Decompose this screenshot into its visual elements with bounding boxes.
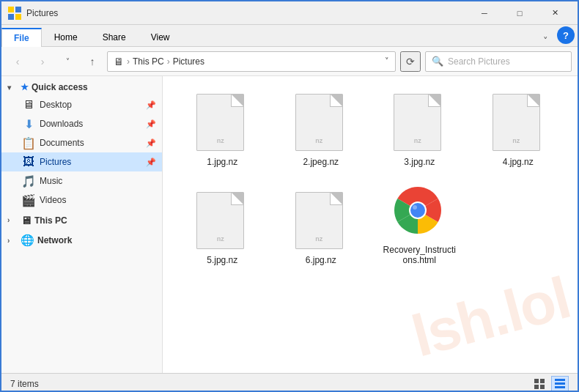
title-bar: Pictures ─ □ ✕: [1, 1, 578, 25]
sidebar: ▾ ★ Quick access 🖥 Desktop 📌 ⬇ Downloads…: [1, 76, 163, 373]
file-name-5: 5.jpg.nz: [207, 255, 237, 265]
file-icon-4: nz: [493, 94, 544, 152]
sidebar-item-downloads[interactable]: ⬇ Downloads 📌: [1, 114, 162, 133]
content-area: lsh.lol nz 1.jpg.nz nz 2.jpeg.nz: [163, 76, 578, 373]
chevron-down-icon: ▾: [7, 84, 18, 92]
sidebar-label-videos: Videos: [40, 195, 66, 205]
desktop-icon: 🖥: [22, 98, 35, 111]
status-bar: 7 items: [1, 373, 578, 392]
file-type-text-6: nz: [296, 235, 342, 243]
tab-home[interactable]: Home: [42, 27, 90, 46]
tab-view[interactable]: View: [139, 27, 182, 46]
this-pc-title: This PC: [34, 215, 67, 226]
sidebar-label-desktop: Desktop: [40, 100, 72, 110]
svg-point-6: [410, 203, 425, 218]
svg-rect-11: [540, 385, 545, 389]
chevron-right-icon-network: ›: [7, 237, 18, 245]
this-pc-icon: 🖥: [21, 214, 32, 226]
svg-rect-10: [534, 385, 539, 389]
maximize-button[interactable]: □: [503, 1, 536, 25]
file-name-6: 6.jpg.nz: [306, 255, 336, 265]
ribbon-chevron[interactable]: ˅: [543, 35, 554, 46]
file-item-3[interactable]: nz 3.jpg.nz: [372, 88, 468, 173]
quick-access-title: Quick access: [32, 82, 88, 92]
pictures-icon: 🖼: [22, 155, 35, 169]
pin-icon-pictures: 📌: [146, 158, 156, 167]
sidebar-item-videos[interactable]: 🎬 Videos: [1, 191, 162, 210]
refresh-button[interactable]: ⟳: [400, 51, 421, 72]
file-name-3: 3.jpg.nz: [404, 157, 435, 167]
address-path[interactable]: 🖥 › This PC › Pictures ˅: [107, 51, 396, 72]
file-type-text-2: nz: [296, 137, 342, 144]
sidebar-item-desktop[interactable]: 🖥 Desktop 📌: [1, 95, 162, 114]
main-layout: ▾ ★ Quick access 🖥 Desktop 📌 ⬇ Downloads…: [1, 76, 578, 373]
file-name-4: 4.jpg.nz: [503, 157, 534, 167]
file-grid: nz 1.jpg.nz nz 2.jpeg.nz nz: [163, 76, 578, 283]
sidebar-item-pictures[interactable]: 🖼 Pictures 📌: [1, 152, 162, 171]
file-icon-recovery: [394, 182, 445, 240]
help-button[interactable]: ?: [557, 26, 575, 44]
sidebar-label-music: Music: [40, 176, 62, 186]
path-separator: ›: [127, 56, 130, 67]
file-name-1: 1.jpg.nz: [207, 157, 237, 167]
tab-share[interactable]: Share: [90, 27, 139, 46]
sidebar-label-pictures: Pictures: [40, 157, 71, 167]
view-list-button[interactable]: [551, 376, 569, 392]
file-type-text-3: nz: [394, 137, 440, 144]
network-icon: 🌐: [21, 234, 34, 247]
file-type-text-1: nz: [197, 137, 243, 144]
sidebar-section-quick-access: ▾ ★ Quick access 🖥 Desktop 📌 ⬇ Downloads…: [1, 79, 162, 210]
file-item-1[interactable]: nz 1.jpg.nz: [174, 88, 270, 173]
downloads-icon: ⬇: [22, 117, 35, 130]
sidebar-item-documents[interactable]: 📋 Documents 📌: [1, 133, 162, 152]
svg-rect-0: [8, 7, 14, 12]
svg-rect-13: [555, 382, 565, 385]
sidebar-section-this-pc: › 🖥 This PC: [1, 211, 162, 229]
minimize-button[interactable]: ─: [468, 1, 501, 25]
path-pictures[interactable]: Pictures: [173, 56, 204, 67]
file-type-text-5: nz: [197, 235, 243, 243]
up-button[interactable]: ↑: [82, 51, 103, 72]
sidebar-item-music[interactable]: 🎵 Music: [1, 171, 162, 191]
status-bar-right: [531, 376, 569, 392]
file-icon-3: nz: [394, 94, 445, 152]
sidebar-header-this-pc[interactable]: › 🖥 This PC: [1, 211, 162, 229]
search-icon: 🔍: [432, 56, 443, 67]
window-title: Pictures: [26, 8, 468, 18]
videos-icon: 🎬: [22, 193, 35, 207]
documents-icon: 📋: [22, 136, 35, 149]
network-title: Network: [37, 235, 72, 245]
sidebar-header-quick-access[interactable]: ▾ ★ Quick access: [1, 79, 162, 95]
file-name-2: 2.jpeg.nz: [303, 157, 339, 167]
file-item-6[interactable]: nz 6.jpg.nz: [273, 176, 369, 271]
path-icon: 🖥: [114, 56, 124, 67]
back-button[interactable]: ‹: [7, 51, 28, 72]
forward-button[interactable]: ›: [32, 51, 53, 72]
window-icon: [7, 6, 22, 21]
search-box[interactable]: 🔍 Search Pictures: [425, 51, 572, 72]
tab-file[interactable]: File: [1, 28, 42, 47]
view-grid-button[interactable]: [531, 376, 548, 392]
svg-rect-14: [555, 386, 565, 388]
file-icon-5: nz: [196, 192, 248, 251]
file-item-5[interactable]: nz 5.jpg.nz: [174, 176, 270, 271]
window-controls: ─ □ ✕: [468, 1, 572, 25]
ribbon-tabs: File Home Share View ˅ ?: [1, 25, 578, 47]
svg-rect-9: [540, 379, 545, 383]
recent-button[interactable]: ˅: [57, 51, 78, 72]
pin-icon-downloads: 📌: [146, 119, 156, 129]
sidebar-header-network[interactable]: › 🌐 Network: [1, 231, 162, 250]
file-icon-6: nz: [295, 192, 347, 251]
path-dropdown[interactable]: ˅: [385, 56, 389, 66]
file-item-4[interactable]: nz 4.jpg.nz: [471, 88, 567, 173]
close-button[interactable]: ✕: [538, 1, 572, 25]
svg-rect-12: [555, 379, 565, 381]
file-type-text-4: nz: [493, 137, 539, 144]
svg-rect-3: [15, 14, 21, 20]
file-item-recovery[interactable]: Recovery_Instructions.html: [372, 176, 468, 271]
music-icon: 🎵: [22, 174, 35, 188]
file-item-2[interactable]: nz 2.jpeg.nz: [273, 88, 369, 173]
chrome-icon: [394, 182, 441, 239]
path-this-pc[interactable]: This PC: [133, 56, 164, 67]
svg-rect-8: [534, 379, 539, 383]
